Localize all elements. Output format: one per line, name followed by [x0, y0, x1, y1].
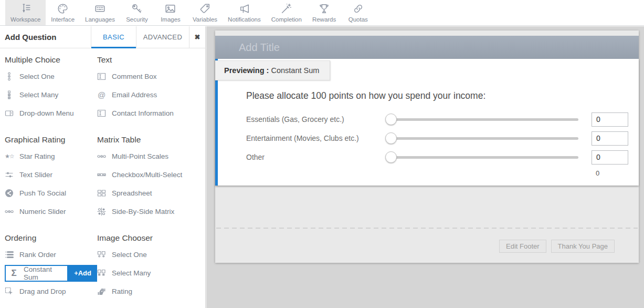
allocation-label: Entertainment (Movies, Clubs etc.)	[246, 134, 386, 142]
toolbar-item-label: Interface	[51, 16, 75, 23]
toolbar-item-quotas[interactable]: Quotas	[341, 0, 375, 25]
qtype-image-rating[interactable]: Rating	[97, 282, 205, 301]
toolbar-item-label: Variables	[193, 16, 217, 23]
qtype-email-address[interactable]: @ Email Address	[97, 86, 205, 104]
qtype-select-one[interactable]: Select One	[5, 67, 97, 86]
checkbox-list-icon	[5, 90, 14, 99]
slider-handle[interactable]	[385, 114, 397, 125]
tab-basic[interactable]: BASIC	[91, 26, 136, 48]
text-cursor-box-icon	[97, 109, 106, 118]
toolbar-item-rewards[interactable]: Rewards	[307, 0, 341, 25]
qtype-checkbox-multi-select[interactable]: Checkbox/Multi-Select	[97, 166, 205, 184]
qtype-multi-point-scales[interactable]: Multi-Point Scales	[97, 147, 205, 166]
toolbar-item-languages[interactable]: Languages	[80, 0, 120, 25]
add-question-panel: Add Question BASIC ADVANCED ✖ Multiple C…	[0, 26, 206, 308]
question-type-grid: Multiple Choice Select One Select Many D…	[0, 48, 205, 301]
allocation-row: Other	[246, 148, 629, 167]
notifications-icon	[238, 2, 251, 15]
grid-icon	[97, 189, 106, 198]
section-title: Graphical Rating	[5, 135, 97, 145]
qtype-label: Multi-Point Scales	[112, 152, 168, 160]
qtype-numeric-slider[interactable]: Numeric Slider	[5, 202, 97, 221]
survey-title-input[interactable]: Add Title	[215, 36, 639, 59]
qtype-image-select-one[interactable]: Select One	[97, 245, 205, 264]
qtype-star-rating[interactable]: ★☆ Star Rating	[5, 147, 97, 166]
toolbar-item-notifications[interactable]: Notifications	[223, 0, 266, 25]
toolbar-item-security[interactable]: Security	[120, 0, 154, 25]
qtype-label: Drag and Drop	[19, 288, 66, 295]
allocation-total: 0	[246, 169, 629, 177]
section-matrix-table: Matrix Table Multi-Point Scales Checkbox…	[97, 122, 205, 221]
slider-track[interactable]	[386, 118, 578, 121]
qtype-label: Checkbox/Multi-Select	[112, 171, 182, 179]
allocation-value-input[interactable]	[592, 112, 628, 127]
toolbar-item-workspace[interactable]: Workspace	[5, 0, 46, 25]
qtype-side-by-side-matrix[interactable]: Side-By-Side Matrix	[97, 202, 205, 221]
slider-track[interactable]	[386, 137, 578, 140]
page-break-divider	[216, 228, 638, 229]
thank-you-page-button[interactable]: Thank You Page	[551, 240, 615, 253]
section-title: Text	[97, 55, 205, 65]
qtype-label: Select Many	[19, 91, 58, 99]
qtype-label: Numeric Slider	[19, 208, 66, 215]
workarea-background: Add Title Previewing : Constant Sum Plea…	[206, 26, 644, 308]
qtype-image-select-many[interactable]: Select Many	[97, 264, 205, 282]
allocation-slider[interactable]	[386, 113, 578, 126]
question-text: Please allocate 100 points on how you sp…	[246, 90, 629, 101]
constant-sum-selected[interactable]: Σ Constant Sum	[5, 265, 68, 282]
toolbar-item-label: Security	[126, 16, 148, 23]
toolbar-item-variables[interactable]: Variables	[187, 0, 223, 25]
tab-advanced[interactable]: ADVANCED	[136, 26, 189, 48]
allocation-label: Essentials (Gas, Grocery etc.)	[246, 115, 386, 124]
section-title: Matrix Table	[97, 135, 205, 145]
qtype-drag-and-drop[interactable]: Drag and Drop	[5, 282, 97, 301]
toolbar-item-completion[interactable]: Completion	[266, 0, 307, 25]
image-checkbox-icon	[97, 269, 106, 278]
qtype-constant-sum-row: Σ Constant Sum +Add	[5, 264, 97, 282]
qtype-push-to-social[interactable]: Push To Social	[5, 184, 97, 202]
previewing-badge: Previewing : Constant Sum	[215, 60, 330, 80]
toolbar-item-label: Rewards	[312, 16, 336, 23]
dropdown-icon	[5, 109, 14, 118]
allocation-slider[interactable]	[386, 151, 578, 163]
allocation-slider[interactable]	[386, 132, 578, 145]
qtype-text-slider[interactable]: Text Slider	[5, 166, 97, 184]
multi-point-icon	[5, 207, 14, 216]
variables-icon	[198, 2, 212, 15]
qtype-label: Contact Information	[112, 109, 174, 117]
edit-footer-button[interactable]: Edit Footer	[499, 240, 546, 253]
qtype-select-many[interactable]: Select Many	[5, 86, 97, 104]
slider-handle[interactable]	[385, 151, 397, 163]
toolbar-item-images[interactable]: Images	[154, 0, 187, 25]
close-icon[interactable]: ✖	[189, 26, 205, 48]
section-title: Multiple Choice	[5, 55, 97, 65]
previewing-label: Previewing :	[224, 66, 269, 75]
qtype-contact-information[interactable]: Contact Information	[97, 104, 205, 122]
top-toolbar: Workspace Interface Languages Security I…	[0, 0, 644, 26]
toolbar-item-label: Languages	[85, 16, 115, 23]
add-question-button[interactable]: +Add	[68, 265, 97, 282]
allocation-value-input[interactable]	[592, 131, 628, 146]
qtype-label: Rank Order	[19, 251, 56, 259]
toolbar-item-interface[interactable]: Interface	[46, 0, 80, 25]
qtype-spreadsheet[interactable]: Spreadsheet	[97, 184, 205, 202]
qtype-comment-box[interactable]: Comment Box	[97, 67, 205, 86]
section-text: Text Comment Box @ Email Address Contact…	[97, 48, 205, 122]
survey-preview-panel: Add Title Previewing : Constant Sum Plea…	[215, 30, 639, 263]
quotas-icon	[352, 2, 365, 15]
toolbar-item-label: Notifications	[228, 16, 261, 23]
slider-track[interactable]	[386, 156, 578, 159]
qtype-label: Text Slider	[19, 171, 52, 179]
allocation-value-input[interactable]	[592, 150, 628, 165]
matrix-cells-icon	[97, 207, 106, 216]
toolbar-item-label: Workspace	[10, 16, 40, 23]
qtype-dropdown-menu[interactable]: Drop-down Menu	[5, 104, 97, 122]
text-cursor-box-icon	[97, 72, 106, 81]
stars-icon: ★☆	[5, 153, 14, 159]
interface-icon	[56, 2, 69, 15]
add-question-header: Add Question BASIC ADVANCED ✖	[0, 26, 205, 48]
previewing-value: Constant Sum	[271, 66, 319, 75]
qtype-rank-order[interactable]: Rank Order	[5, 245, 97, 264]
slider-handle[interactable]	[385, 132, 397, 144]
workspace-icon	[19, 2, 32, 15]
